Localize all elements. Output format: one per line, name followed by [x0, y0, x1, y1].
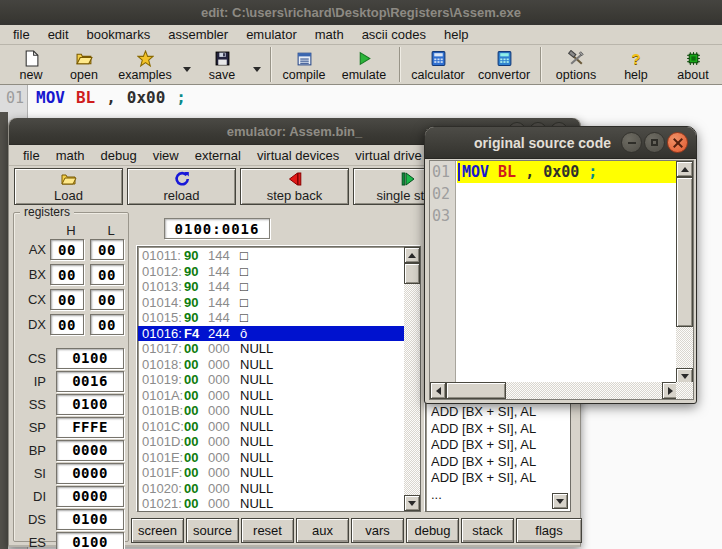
emulator-menu-item[interactable]: virtual drive [347, 148, 429, 163]
emulator-panel-button[interactable]: aux [296, 518, 349, 543]
help-button[interactable]: ? help [607, 45, 665, 84]
memory-row[interactable]: 0101D: 00 000 NULL [138, 434, 404, 450]
register-value-field[interactable]: 0100 [56, 394, 124, 415]
scroll-left-button[interactable] [430, 382, 446, 399]
disassembly-scroll-down-button[interactable] [552, 493, 568, 509]
register-low-field[interactable]: 00 [90, 314, 124, 335]
emulator-panel-button[interactable]: screen [131, 518, 184, 543]
memory-row[interactable]: 01011: 90 144 □ [138, 248, 404, 264]
source-close-button[interactable] [667, 132, 688, 153]
register-high-field[interactable]: 00 [50, 239, 84, 260]
emulator-menu-item[interactable]: external [187, 148, 249, 163]
emulate-button[interactable]: emulate [333, 45, 395, 84]
memory-address-field[interactable]: 0100:0016 [164, 218, 270, 239]
register-high-field[interactable]: 00 [50, 264, 84, 285]
memory-row[interactable]: 0101F: 00 000 NULL [138, 465, 404, 481]
reload-button[interactable]: reload [127, 168, 236, 205]
source-editor[interactable]: 01 0203 MOV BL , 0x00 ; [429, 160, 694, 400]
register-value-field[interactable]: 0100 [56, 348, 124, 369]
register-value-field[interactable]: 0000 [56, 463, 124, 484]
emulator-panel-button[interactable]: stack [461, 518, 514, 543]
memory-row[interactable]: 01015: 90 144 □ [138, 310, 404, 326]
save-button[interactable]: save [196, 45, 248, 84]
memory-row[interactable]: 01017: 00 000 NULL [138, 341, 404, 357]
edit-window-titlebar[interactable]: edit: C:\users\richard\Desktop\Registers… [0, 0, 722, 25]
emulator-menu-item[interactable]: file [15, 148, 48, 163]
memory-row[interactable]: 0101C: 00 000 NULL [138, 419, 404, 435]
source-horizontal-scrollbar[interactable] [430, 382, 678, 399]
edit-menu-item[interactable]: file [4, 27, 39, 42]
emulator-panel-button[interactable]: flags [516, 518, 582, 543]
scrollbar-thumb[interactable] [676, 177, 693, 327]
edit-menu-item[interactable]: edit [39, 27, 78, 42]
emulator-panel-button[interactable]: source [186, 518, 239, 543]
memory-list[interactable]: 01011: 90 144 □ 01012: 90 144 □ 01013: 9… [137, 246, 421, 512]
emulator-menu-item[interactable]: virtual devices [249, 148, 347, 163]
options-button[interactable]: options [545, 45, 607, 84]
scroll-up-button[interactable] [404, 247, 420, 263]
memory-row[interactable]: 0101A: 00 000 NULL [138, 388, 404, 404]
edit-menu-item[interactable]: ascii codes [353, 27, 435, 42]
source-vertical-scrollbar[interactable] [676, 161, 693, 384]
new-button[interactable]: new [6, 45, 56, 84]
edit-menu-item[interactable]: emulator [237, 27, 306, 42]
register-value-field[interactable]: 0100 [56, 532, 124, 549]
edit-menu-item[interactable]: assembler [159, 27, 237, 42]
scrollbar-thumb[interactable] [446, 382, 506, 399]
emulator-menu-item[interactable]: view [145, 148, 187, 163]
register-value-field[interactable]: 0000 [56, 486, 124, 507]
memory-row[interactable]: 01019: 00 000 NULL [138, 372, 404, 388]
scroll-up-button[interactable] [676, 161, 693, 177]
examples-dropdown-button[interactable] [178, 45, 196, 84]
edit-menu-item[interactable]: help [435, 27, 478, 42]
register-high-field[interactable]: 00 [50, 289, 84, 310]
disassembly-row[interactable]: ADD [BX + SI], AL [431, 454, 550, 471]
step-back-button[interactable]: step back [240, 168, 349, 205]
disassembly-row[interactable]: ADD [BX + SI], AL [431, 470, 550, 487]
examples-button[interactable]: examples [112, 45, 178, 84]
register-value-field[interactable]: 0100 [56, 509, 124, 530]
disassembly-row[interactable]: ADD [BX + SI], AL [431, 437, 550, 454]
source-minimize-button[interactable] [621, 132, 642, 153]
scrollbar-track[interactable] [676, 327, 693, 368]
emulator-menu-item[interactable]: debug [93, 148, 145, 163]
register-low-field[interactable]: 00 [90, 239, 124, 260]
memory-row[interactable]: 01018: 00 000 NULL [138, 357, 404, 373]
memory-row[interactable]: 01012: 90 144 □ [138, 264, 404, 280]
register-value-field[interactable]: 0000 [56, 440, 124, 461]
memory-row[interactable]: 01016: F4 244 ô [138, 326, 404, 342]
register-value-field[interactable]: 0016 [56, 371, 124, 392]
scrollbar-track[interactable] [404, 284, 420, 495]
register-value-field[interactable]: FFFE [56, 417, 124, 438]
calculator-button[interactable]: calculator [404, 45, 472, 84]
editor-code-line[interactable]: MOV BL , 0x00 ; [36, 88, 186, 107]
emulator-panel-button[interactable]: debug [406, 518, 459, 543]
memory-row[interactable]: 01014: 90 144 □ [138, 295, 404, 311]
load-button[interactable]: Load [14, 168, 123, 205]
convertor-button[interactable]: convertor [472, 45, 536, 84]
source-maximize-button[interactable] [644, 132, 665, 153]
memory-row[interactable]: 01013: 90 144 □ [138, 279, 404, 295]
disassembly-row[interactable]: ADD [BX + SI], AL [431, 421, 550, 438]
disassembly-row[interactable]: ... [431, 487, 550, 504]
register-low-field[interactable]: 00 [90, 264, 124, 285]
edit-menu-item[interactable]: bookmarks [78, 27, 160, 42]
edit-menu-item[interactable]: math [306, 27, 353, 42]
scroll-down-button[interactable] [404, 495, 420, 511]
source-window-titlebar[interactable]: original source code [425, 127, 696, 159]
memory-scrollbar[interactable] [404, 247, 420, 511]
scrollbar-thumb[interactable] [404, 263, 420, 284]
memory-row[interactable]: 01021: 00 000 NULL [138, 496, 404, 512]
memory-row[interactable]: 01020: 00 000 NULL [138, 481, 404, 497]
emulator-menu-item[interactable]: math [48, 148, 93, 163]
register-low-field[interactable]: 00 [90, 289, 124, 310]
compile-button[interactable]: compile [275, 45, 333, 84]
scrollbar-track[interactable] [506, 382, 662, 399]
open-button[interactable]: open [56, 45, 112, 84]
about-button[interactable]: about [665, 45, 721, 84]
memory-row[interactable]: 0101E: 00 000 NULL [138, 450, 404, 466]
emulator-panel-button[interactable]: vars [351, 518, 404, 543]
save-dropdown-button[interactable] [248, 45, 266, 84]
register-high-field[interactable]: 00 [50, 314, 84, 335]
memory-row[interactable]: 0101B: 00 000 NULL [138, 403, 404, 419]
